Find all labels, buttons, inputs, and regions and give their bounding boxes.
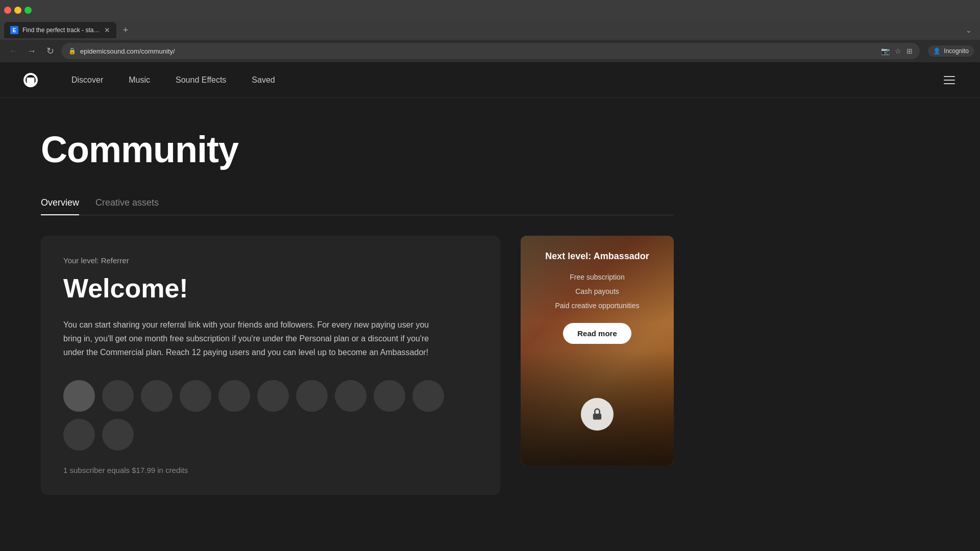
app-logo[interactable]	[20, 70, 41, 90]
profile-icon: 👤	[933, 47, 941, 55]
side-card-content: Next level: Ambassador Free subscription…	[521, 236, 674, 359]
window-max-btn[interactable]	[24, 7, 32, 14]
browser-chrome: E Find the perfect track - start sou ✕ +…	[0, 0, 980, 62]
ssl-lock-icon: 🔒	[68, 47, 76, 55]
benefit-free-subscription: Free subscription	[570, 270, 624, 284]
welcome-title: Welcome!	[63, 273, 478, 304]
new-tab-button[interactable]: +	[118, 23, 133, 37]
benefit-cash-payouts: Cash payouts	[575, 284, 619, 298]
side-card-bottom-area	[521, 363, 674, 465]
window-min-btn[interactable]	[14, 7, 21, 14]
progress-dots-container	[63, 380, 478, 450]
nav-music[interactable]: Music	[129, 76, 150, 85]
progress-dot-8	[335, 380, 366, 412]
window-close-btn[interactable]	[4, 7, 11, 14]
profile-label: Incognito	[944, 47, 969, 55]
progress-dot-4	[180, 380, 211, 412]
progress-dot-1	[63, 380, 95, 412]
browser-extension-area: 👤 Incognito	[928, 45, 974, 57]
side-ambassador-card: Next level: Ambassador Free subscription…	[521, 236, 674, 465]
nav-right	[939, 70, 960, 90]
star-icon[interactable]: ☆	[895, 47, 901, 55]
hamburger-line-3	[944, 83, 955, 84]
read-more-button[interactable]: Read more	[563, 323, 631, 344]
svg-rect-0	[593, 414, 601, 420]
address-bar[interactable]: 🔒 epidemicsound.com/community/ 📷 ☆ ⊞	[61, 43, 920, 59]
progress-dot-7	[296, 380, 328, 412]
main-overview-card: Your level: Referrer Welcome! You can st…	[41, 236, 500, 495]
hamburger-line-2	[944, 80, 955, 81]
tab-close-icon[interactable]: ✕	[104, 26, 110, 34]
user-level-text: Your level: Referrer	[63, 256, 478, 265]
extension-icon[interactable]: ⊞	[906, 47, 913, 55]
credits-text: 1 subscriber equals $17.99 in credits	[63, 466, 478, 474]
progress-dot-12	[102, 419, 134, 450]
browser-titlebar	[0, 0, 980, 20]
tab-favicon: E	[10, 26, 18, 34]
tab-overview[interactable]: Overview	[41, 191, 79, 215]
nav-links: Discover Music Sound Effects Saved	[71, 76, 275, 85]
nav-saved[interactable]: Saved	[252, 76, 275, 85]
description-text: You can start sharing your referral link…	[63, 318, 431, 360]
progress-dot-5	[218, 380, 250, 412]
next-level-title: Next level: Ambassador	[545, 251, 649, 262]
progress-dot-6	[257, 380, 289, 412]
app-content: Discover Music Sound Effects Saved Commu…	[0, 62, 980, 551]
window-controls	[4, 7, 32, 14]
tab-title: Find the perfect track - start sou	[22, 27, 100, 34]
progress-dot-10	[412, 380, 444, 412]
main-content: Community Overview Creative assets Your …	[0, 98, 715, 525]
url-text: epidemicsound.com/community/	[80, 47, 877, 55]
progress-dot-3	[141, 380, 173, 412]
benefit-paid-creative: Paid creative opportunities	[555, 298, 640, 313]
progress-dot-11	[63, 419, 95, 450]
page-tabs: Overview Creative assets	[41, 191, 674, 215]
lock-circle-icon	[581, 398, 614, 431]
top-navigation: Discover Music Sound Effects Saved	[0, 62, 980, 98]
progress-dot-9	[374, 380, 405, 412]
hamburger-line-1	[944, 76, 955, 77]
hamburger-icon	[944, 76, 955, 84]
tab-dropdown-icon[interactable]: ⌄	[962, 26, 976, 34]
browser-tab-active[interactable]: E Find the perfect track - start sou ✕	[4, 22, 116, 38]
progress-dot-2	[102, 380, 134, 412]
camera-off-icon: 📷	[881, 47, 890, 55]
back-button[interactable]: ←	[6, 44, 20, 58]
content-row: Your level: Referrer Welcome! You can st…	[41, 236, 674, 495]
profile-button[interactable]: 👤 Incognito	[928, 45, 974, 57]
browser-navbar: ← → ↻ 🔒 epidemicsound.com/community/ 📷 ☆…	[0, 40, 980, 62]
nav-discover[interactable]: Discover	[71, 76, 103, 85]
address-bar-icons: 📷 ☆ ⊞	[881, 47, 913, 55]
browser-tabs-bar: E Find the perfect track - start sou ✕ +…	[0, 20, 980, 40]
page-title: Community	[41, 129, 674, 170]
nav-sound-effects[interactable]: Sound Effects	[176, 76, 226, 85]
tab-creative-assets[interactable]: Creative assets	[95, 191, 159, 215]
refresh-button[interactable]: ↻	[43, 44, 57, 58]
hamburger-menu-button[interactable]	[939, 70, 960, 90]
forward-button[interactable]: →	[24, 44, 39, 58]
